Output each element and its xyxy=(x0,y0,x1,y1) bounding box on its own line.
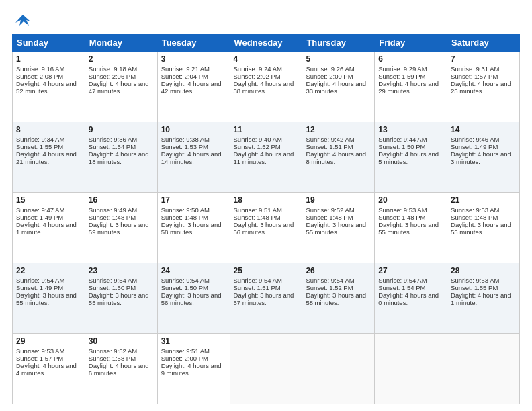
sunrise-text: Sunrise: 9:40 AM xyxy=(234,136,299,143)
calendar-header-friday: Friday xyxy=(375,34,447,52)
sunset-text: Sunset: 1:55 PM xyxy=(451,284,516,291)
calendar-cell: 15Sunrise: 9:47 AMSunset: 1:49 PMDayligh… xyxy=(13,193,85,263)
daylight-text: Daylight: 4 hours and 4 minutes. xyxy=(16,362,81,377)
sunset-text: Sunset: 2:04 PM xyxy=(161,73,226,80)
calendar-week-3: 15Sunrise: 9:47 AMSunset: 1:49 PMDayligh… xyxy=(13,193,520,263)
sunset-text: Sunset: 1:59 PM xyxy=(378,73,443,80)
sunrise-text: Sunrise: 9:44 AM xyxy=(378,136,443,143)
sunset-text: Sunset: 2:00 PM xyxy=(306,73,371,80)
sunset-text: Sunset: 1:52 PM xyxy=(234,143,299,150)
calendar-header-row: SundayMondayTuesdayWednesdayThursdayFrid… xyxy=(13,34,520,52)
sunset-text: Sunset: 1:57 PM xyxy=(451,73,516,80)
sunrise-text: Sunrise: 9:53 AM xyxy=(451,206,516,214)
calendar-cell xyxy=(375,334,447,404)
daylight-text: Daylight: 4 hours and 5 minutes. xyxy=(378,150,443,165)
sunset-text: Sunset: 1:49 PM xyxy=(451,143,516,150)
day-number: 7 xyxy=(451,54,516,64)
sunrise-text: Sunrise: 9:18 AM xyxy=(89,65,154,73)
calendar-cell: 2Sunrise: 9:18 AMSunset: 2:06 PMDaylight… xyxy=(85,52,157,122)
daylight-text: Daylight: 4 hours and 1 minute. xyxy=(16,221,81,236)
calendar-cell: 17Sunrise: 9:50 AMSunset: 1:48 PMDayligh… xyxy=(157,193,230,263)
calendar-header-tuesday: Tuesday xyxy=(157,34,230,52)
sunset-text: Sunset: 1:48 PM xyxy=(89,214,154,221)
daylight-text: Daylight: 4 hours and 14 minutes. xyxy=(161,150,226,165)
calendar-cell: 22Sunrise: 9:54 AMSunset: 1:49 PMDayligh… xyxy=(13,263,85,334)
calendar-cell: 9Sunrise: 9:36 AMSunset: 1:54 PMDaylight… xyxy=(85,122,157,193)
sunrise-text: Sunrise: 9:38 AM xyxy=(161,136,226,143)
daylight-text: Daylight: 3 hours and 55 minutes. xyxy=(89,291,154,306)
sunset-text: Sunset: 1:51 PM xyxy=(234,284,299,291)
sunset-text: Sunset: 1:54 PM xyxy=(378,284,443,291)
calendar-cell: 7Sunrise: 9:31 AMSunset: 1:57 PMDaylight… xyxy=(447,52,520,122)
sunrise-text: Sunrise: 9:31 AM xyxy=(451,65,516,73)
day-number: 6 xyxy=(378,54,443,64)
day-number: 11 xyxy=(234,125,299,134)
sunset-text: Sunset: 1:52 PM xyxy=(306,284,371,291)
calendar-header-wednesday: Wednesday xyxy=(230,34,302,52)
sunrise-text: Sunrise: 9:52 AM xyxy=(89,347,154,355)
calendar-cell: 12Sunrise: 9:42 AMSunset: 1:51 PMDayligh… xyxy=(302,122,375,193)
sunrise-text: Sunrise: 9:54 AM xyxy=(161,277,226,284)
day-number: 21 xyxy=(451,195,516,205)
daylight-text: Daylight: 3 hours and 55 minutes. xyxy=(16,291,81,306)
daylight-text: Daylight: 4 hours and 9 minutes. xyxy=(161,362,226,377)
daylight-text: Daylight: 4 hours and 52 minutes. xyxy=(16,80,81,95)
calendar-cell: 16Sunrise: 9:49 AMSunset: 1:48 PMDayligh… xyxy=(85,193,157,263)
calendar-week-1: 1Sunrise: 9:16 AMSunset: 2:08 PMDaylight… xyxy=(13,52,520,122)
day-number: 5 xyxy=(306,54,371,64)
daylight-text: Daylight: 4 hours and 47 minutes. xyxy=(89,80,154,95)
sunset-text: Sunset: 1:55 PM xyxy=(16,143,81,150)
sunrise-text: Sunrise: 9:53 AM xyxy=(16,347,81,355)
sunset-text: Sunset: 1:48 PM xyxy=(306,214,371,221)
sunset-text: Sunset: 1:53 PM xyxy=(161,143,226,150)
day-number: 9 xyxy=(89,125,154,134)
svg-marker-0 xyxy=(15,15,30,26)
calendar-cell: 19Sunrise: 9:52 AMSunset: 1:48 PMDayligh… xyxy=(302,193,375,263)
day-number: 20 xyxy=(378,195,443,205)
sunrise-text: Sunrise: 9:54 AM xyxy=(378,277,443,284)
sunset-text: Sunset: 1:48 PM xyxy=(378,214,443,221)
day-number: 3 xyxy=(161,54,226,64)
daylight-text: Daylight: 4 hours and 8 minutes. xyxy=(306,150,371,165)
daylight-text: Daylight: 3 hours and 58 minutes. xyxy=(161,221,226,236)
calendar-cell xyxy=(302,334,375,404)
logo-bird-icon xyxy=(14,12,32,30)
day-number: 26 xyxy=(306,266,371,275)
sunrise-text: Sunrise: 9:16 AM xyxy=(16,65,81,73)
sunrise-text: Sunrise: 9:21 AM xyxy=(161,65,226,73)
sunrise-text: Sunrise: 9:29 AM xyxy=(378,65,443,73)
day-number: 25 xyxy=(234,266,299,275)
daylight-text: Daylight: 4 hours and 11 minutes. xyxy=(234,150,299,165)
calendar-cell: 25Sunrise: 9:54 AMSunset: 1:51 PMDayligh… xyxy=(230,263,302,334)
day-number: 18 xyxy=(234,195,299,205)
calendar-cell: 11Sunrise: 9:40 AMSunset: 1:52 PMDayligh… xyxy=(230,122,302,193)
sunrise-text: Sunrise: 9:46 AM xyxy=(451,136,516,143)
calendar-table: SundayMondayTuesdayWednesdayThursdayFrid… xyxy=(12,34,520,404)
calendar-header-saturday: Saturday xyxy=(447,34,520,52)
day-number: 12 xyxy=(306,125,371,134)
sunset-text: Sunset: 1:50 PM xyxy=(161,284,226,291)
sunset-text: Sunset: 1:49 PM xyxy=(16,284,81,291)
calendar-cell: 30Sunrise: 9:52 AMSunset: 1:58 PMDayligh… xyxy=(85,334,157,404)
sunset-text: Sunset: 1:50 PM xyxy=(378,143,443,150)
day-number: 19 xyxy=(306,195,371,205)
sunrise-text: Sunrise: 9:50 AM xyxy=(161,206,226,214)
sunset-text: Sunset: 1:51 PM xyxy=(306,143,371,150)
calendar-cell: 1Sunrise: 9:16 AMSunset: 2:08 PMDaylight… xyxy=(13,52,85,122)
calendar-cell: 27Sunrise: 9:54 AMSunset: 1:54 PMDayligh… xyxy=(375,263,447,334)
daylight-text: Daylight: 3 hours and 59 minutes. xyxy=(89,221,154,236)
day-number: 15 xyxy=(16,195,81,205)
sunrise-text: Sunrise: 9:54 AM xyxy=(16,277,81,284)
daylight-text: Daylight: 3 hours and 55 minutes. xyxy=(378,221,443,236)
day-number: 16 xyxy=(89,195,154,205)
daylight-text: Daylight: 4 hours and 42 minutes. xyxy=(161,80,226,95)
day-number: 14 xyxy=(451,125,516,134)
sunrise-text: Sunrise: 9:51 AM xyxy=(234,206,299,214)
calendar-header-monday: Monday xyxy=(85,34,157,52)
calendar-week-5: 29Sunrise: 9:53 AMSunset: 1:57 PMDayligh… xyxy=(13,334,520,404)
calendar-cell: 6Sunrise: 9:29 AMSunset: 1:59 PMDaylight… xyxy=(375,52,447,122)
sunrise-text: Sunrise: 9:51 AM xyxy=(161,347,226,355)
day-number: 22 xyxy=(16,266,81,275)
day-number: 23 xyxy=(89,266,154,275)
daylight-text: Daylight: 4 hours and 33 minutes. xyxy=(306,80,371,95)
